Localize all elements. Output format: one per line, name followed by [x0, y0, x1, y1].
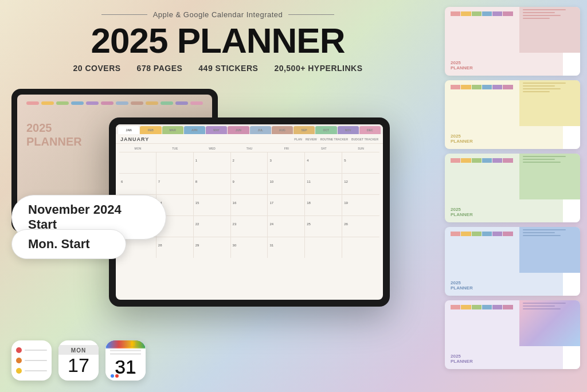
cal-tab-feb[interactable]: FEB	[140, 126, 161, 134]
header-thu: THU	[231, 146, 268, 151]
bar-seg	[472, 11, 482, 16]
cal-tab-sep[interactable]: SEP	[294, 126, 315, 134]
cell-25: 25	[305, 216, 342, 237]
bar-seg	[482, 232, 492, 236]
cell-10: 10	[268, 174, 305, 194]
cell-23: 23	[231, 216, 268, 237]
header-sat: SAT	[305, 146, 342, 151]
nav-tab-jul	[116, 101, 128, 105]
thumb-top-bar-pink	[451, 11, 514, 16]
thumbnail-green[interactable]: 2025PLANNER	[445, 154, 580, 222]
week-1: 1 2 3 4 5	[119, 152, 379, 173]
bar-seg	[472, 158, 482, 163]
bar-seg	[503, 85, 512, 89]
line	[523, 308, 561, 309]
line	[523, 156, 566, 157]
bar-seg	[492, 85, 502, 89]
reminder-line-2	[25, 360, 47, 361]
cell-24: 24	[268, 216, 305, 237]
thumbnail-pink[interactable]: 2025PLANNER	[445, 7, 580, 76]
bar-seg	[461, 85, 471, 89]
review-link[interactable]: REVIEW	[306, 138, 317, 141]
google-calendar-icon: 31 31	[105, 340, 146, 381]
nav-tab-may	[86, 101, 99, 105]
thumbnail-lavender[interactable]: 2025PLANNER	[445, 300, 580, 369]
cal-tab-dec[interactable]: DEC	[359, 126, 381, 134]
header-wed: WED	[194, 146, 231, 151]
header-fri: FRI	[268, 146, 305, 151]
thumb-year-yellow: 2025PLANNER	[451, 134, 514, 144]
cell-31: 31	[268, 237, 305, 258]
calendar-header: JANUARY PLAN REVIEW ROUTINE TRACKER BUDG…	[116, 134, 383, 144]
hyperlinks-stat: 20,500+ HYPERLINKS	[274, 64, 362, 73]
reminder-dot-red	[16, 347, 22, 353]
plan-link[interactable]: PLAN	[294, 138, 302, 141]
header-tue: TUE	[156, 146, 194, 151]
apple-cal-date: 17	[68, 355, 89, 376]
apple-calendar-icon: MON 17	[58, 340, 99, 381]
cell-17: 17	[268, 195, 305, 215]
main-content: Apple & Google Calendar Integrated 2025 …	[0, 0, 436, 392]
thumbnail-sidebar: 2025PLANNER	[438, 0, 587, 392]
reminder-line-3	[25, 370, 47, 371]
cell-16: 16	[231, 195, 268, 215]
thumb-top-bar-green	[451, 158, 514, 163]
thumb-cover-lavender	[519, 300, 580, 346]
reminder-row-1	[16, 347, 47, 353]
reminder-dot-orange	[16, 358, 22, 363]
cal-tab-apr[interactable]: APR	[184, 126, 205, 134]
pages-stat: 678 PAGES	[137, 64, 183, 73]
nav-tab-nov	[175, 101, 188, 105]
cell-30: 30	[231, 237, 268, 258]
cal-tab-oct[interactable]: OCT	[315, 126, 336, 134]
cal-tab-aug[interactable]: AUG	[272, 126, 293, 134]
thumb-lines-blue	[519, 227, 580, 240]
thumb-year-blue: 2025PLANNER	[451, 281, 514, 291]
nav-tab-oct	[161, 101, 173, 105]
routine-link[interactable]: ROUTINE TRACKER	[320, 138, 348, 141]
thumb-top-bar-blue	[451, 232, 514, 236]
thumb-lines-lavender	[519, 300, 580, 313]
bar-seg	[482, 158, 492, 163]
cal-tab-mar[interactable]: MAR	[162, 126, 183, 134]
cell-8: 8	[194, 174, 231, 194]
cell-1: 1	[194, 152, 231, 173]
thumb-white-block-green	[563, 199, 580, 222]
bar-seg	[472, 305, 482, 309]
cell-18: 18	[305, 195, 342, 215]
cal-tab-jun[interactable]: JUN	[228, 126, 249, 134]
cell-6: 6	[119, 174, 156, 194]
line	[523, 85, 555, 87]
line	[523, 91, 550, 92]
cell-26: 26	[342, 216, 379, 237]
integration-label: Apple & Google Calendar Integrated	[11, 10, 424, 19]
thumbnail-yellow[interactable]: 2025PLANNER	[445, 80, 580, 149]
cal-tab-nov[interactable]: NOV	[338, 126, 359, 134]
thumbnail-blue[interactable]: 2025PLANNER	[445, 227, 580, 296]
line	[523, 303, 566, 304]
line	[523, 229, 566, 230]
bar-seg	[503, 11, 512, 16]
nav-tab-jan	[26, 101, 39, 105]
line	[523, 9, 566, 10]
cell-3: 3	[268, 152, 305, 173]
back-tablet-nav	[26, 101, 203, 105]
line	[523, 12, 555, 13]
cell-4: 4	[305, 152, 342, 173]
cal-tab-jul[interactable]: JUL	[250, 126, 271, 134]
bar-seg	[503, 158, 512, 163]
main-title: 2025 PLANNER	[11, 21, 424, 60]
header-section: Apple & Google Calendar Integrated 2025 …	[0, 0, 436, 79]
cal-tab-may[interactable]: MAY	[206, 126, 227, 134]
cell-12: 12	[342, 174, 379, 194]
thumb-white-block-blue	[563, 273, 580, 296]
bar-seg	[472, 85, 482, 89]
cell-empty-1	[119, 152, 156, 173]
mon-start-button[interactable]: Mon. Start	[11, 229, 126, 259]
month-title: JANUARY	[120, 136, 149, 142]
budget-link[interactable]: BUDGET TRACKER	[351, 138, 378, 141]
stickers-stat: 449 STICKERS	[198, 64, 258, 73]
thumb-cover-green	[519, 154, 580, 199]
cal-tab-jan[interactable]: JAN	[118, 126, 139, 134]
cell-28: 28	[156, 237, 194, 258]
